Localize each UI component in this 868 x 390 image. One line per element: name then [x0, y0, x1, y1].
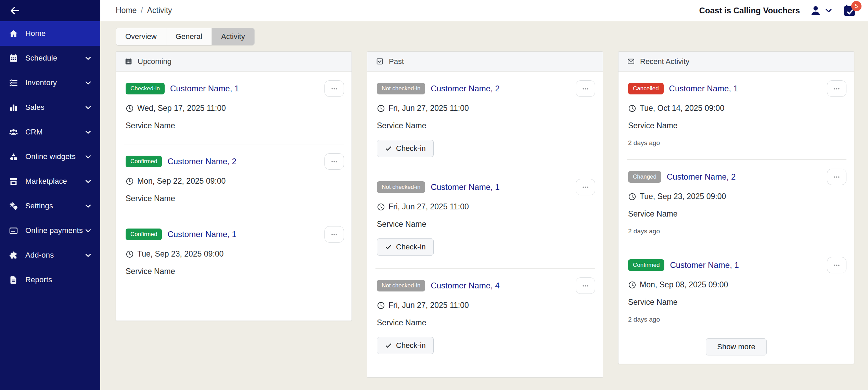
activity-card-customer-name-1: Cancelled Customer Name, 1 Tue, Oct 14, … — [618, 72, 854, 160]
user-menu-button[interactable] — [809, 4, 833, 17]
service-name: Service Name — [628, 121, 846, 130]
person-icon — [809, 4, 822, 17]
sidebar-item-reports[interactable]: Reports — [0, 268, 100, 292]
ellipsis-icon — [330, 157, 339, 166]
more-button[interactable] — [324, 226, 344, 243]
check-in-button[interactable]: Check-in — [377, 337, 434, 354]
customer-link[interactable]: Customer Name, 2 — [167, 157, 236, 166]
service-name: Service Name — [628, 298, 846, 307]
status-badge: Confirmed — [628, 259, 664, 271]
show-more-button[interactable]: Show more — [706, 338, 766, 355]
service-name: Service Name — [126, 267, 343, 276]
tab-general[interactable]: General — [166, 28, 212, 45]
sidebar-item-online-payments[interactable]: Online payments — [0, 218, 100, 243]
clock-icon — [126, 250, 134, 258]
more-button[interactable] — [576, 179, 595, 195]
shapes-icon — [9, 152, 18, 161]
sidebar-item-label: Add-ons — [25, 251, 84, 260]
customer-link[interactable]: Customer Name, 1 — [431, 182, 499, 192]
check-square-icon — [376, 57, 384, 65]
datetime-text: Mon, Sep 22, 2025 09:00 — [137, 177, 226, 186]
tab-overview[interactable]: Overview — [116, 28, 166, 45]
sidebar-item-label: Sales — [25, 103, 84, 112]
check-in-label: Check-in — [396, 144, 426, 153]
datetime-text: Fri, Jun 27, 2025 11:00 — [388, 104, 469, 113]
chevron-down-icon — [84, 128, 92, 136]
recent-card-list: Cancelled Customer Name, 1 Tue, Oct 14, … — [618, 72, 854, 336]
more-button[interactable] — [576, 277, 595, 294]
customer-link[interactable]: Customer Name, 1 — [669, 84, 738, 93]
check-icon — [385, 243, 392, 251]
more-button[interactable] — [827, 169, 846, 185]
datetime-row: Fri, Jun 27, 2025 11:00 — [377, 104, 595, 113]
ellipsis-icon — [330, 230, 339, 239]
clock-icon — [628, 281, 636, 289]
sidebar-item-inventory[interactable]: Inventory — [0, 70, 100, 95]
more-button[interactable] — [827, 80, 846, 97]
more-button[interactable] — [827, 257, 846, 273]
customer-link[interactable]: Customer Name, 1 — [167, 230, 236, 239]
time-ago: 2 days ago — [628, 228, 846, 235]
sidebar-item-label: CRM — [25, 128, 84, 136]
arrow-left-icon — [9, 5, 21, 16]
card-top-row: Confirmed Customer Name, 1 — [628, 258, 846, 272]
customer-link[interactable]: Customer Name, 4 — [431, 281, 499, 290]
clock-icon — [126, 104, 134, 113]
customer-link[interactable]: Customer Name, 1 — [170, 84, 239, 93]
breadcrumb-current: Activity — [147, 6, 172, 15]
ellipsis-icon — [581, 281, 590, 290]
clock-icon — [628, 193, 636, 201]
notification-badge: 5 — [851, 1, 861, 11]
appointment-card-customer-name-2: Confirmed Customer Name, 2 Mon, Sep 22, … — [116, 144, 352, 217]
sidebar-item-settings[interactable]: Settings — [0, 194, 100, 218]
topbar: Home / Activity Coast is Calling Voucher… — [100, 0, 868, 21]
ellipsis-icon — [832, 84, 841, 93]
activity-card-customer-name-2: Changed Customer Name, 2 Tue, Sep 23, 20… — [618, 160, 854, 248]
status-badge: Not checked-in — [377, 181, 425, 193]
back-button[interactable] — [9, 5, 21, 16]
upcoming-column: Upcoming Checked-in Customer Name, 1 Wed… — [116, 51, 352, 321]
calendar-icon — [125, 57, 132, 65]
status-badge: Cancelled — [628, 83, 664, 94]
sidebar-item-home[interactable]: Home — [0, 21, 100, 46]
appointment-card-customer-name-2: Not checked-in Customer Name, 2 Fri, Jun… — [367, 72, 603, 170]
customer-link[interactable]: Customer Name, 1 — [670, 260, 739, 270]
sidebar: Home Schedule Inventory Sales CRM Online… — [0, 0, 100, 390]
sidebar-item-marketplace[interactable]: Marketplace — [0, 169, 100, 194]
card-top-row: Cancelled Customer Name, 1 — [628, 82, 846, 95]
datetime-row: Tue, Oct 14, 2025 09:00 — [628, 104, 846, 113]
tab-activity[interactable]: Activity — [212, 28, 254, 45]
activity-card-customer-name-1: Confirmed Customer Name, 1 Mon, Sep 08, … — [618, 248, 854, 336]
datetime-row: Wed, Sep 17, 2025 11:00 — [126, 104, 343, 113]
sidebar-item-schedule[interactable]: Schedule — [0, 46, 100, 70]
check-in-button[interactable]: Check-in — [377, 238, 434, 256]
service-name: Service Name — [377, 220, 595, 229]
clock-icon — [126, 177, 134, 185]
activity-columns: Upcoming Checked-in Customer Name, 1 Wed… — [116, 51, 854, 378]
more-button[interactable] — [324, 153, 344, 170]
sidebar-item-label: Reports — [25, 275, 92, 284]
breadcrumb-home-link[interactable]: Home — [116, 6, 137, 15]
notifications-button[interactable]: 5 — [843, 4, 856, 17]
more-button[interactable] — [324, 80, 344, 97]
check-in-button[interactable]: Check-in — [377, 140, 434, 157]
sidebar-item-add-ons[interactable]: Add-ons — [0, 243, 100, 268]
customer-link[interactable]: Customer Name, 2 — [667, 172, 736, 182]
status-badge: Checked-in — [126, 83, 165, 94]
sidebar-item-online-widgets[interactable]: Online widgets — [0, 144, 100, 169]
chevron-down-icon — [84, 153, 92, 161]
card-top-row: Changed Customer Name, 2 — [628, 170, 846, 184]
more-button[interactable] — [576, 80, 595, 97]
sidebar-item-crm[interactable]: CRM — [0, 120, 100, 144]
datetime-row: Mon, Sep 22, 2025 09:00 — [126, 177, 343, 186]
ellipsis-icon — [832, 261, 841, 270]
sidebar-item-label: Inventory — [25, 78, 84, 87]
ellipsis-icon — [832, 172, 841, 182]
clock-icon — [377, 301, 385, 310]
card-top-row: Not checked-in Customer Name, 4 — [377, 279, 595, 292]
customer-link[interactable]: Customer Name, 2 — [431, 84, 499, 93]
time-ago: 2 days ago — [628, 139, 846, 147]
time-ago: 2 days ago — [628, 316, 846, 323]
breadcrumb: Home / Activity — [116, 6, 172, 15]
sidebar-item-sales[interactable]: Sales — [0, 95, 100, 120]
